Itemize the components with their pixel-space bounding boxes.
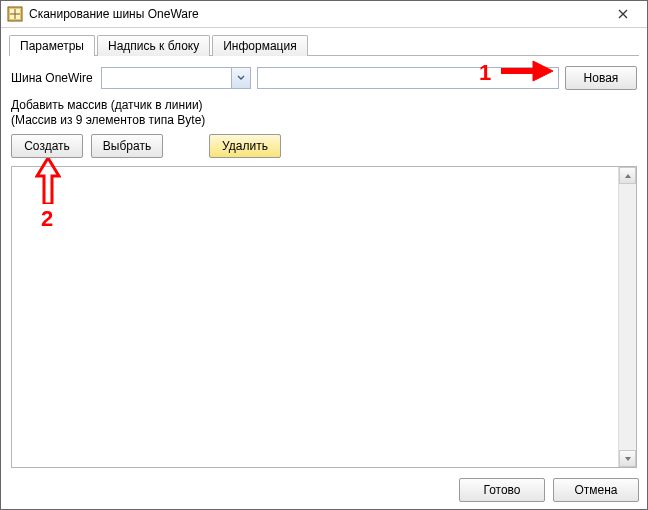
titlebar: Сканирование шины OneWare [1,1,647,28]
tab-caption[interactable]: Надпись к блоку [97,35,210,56]
bus-row: Шина OneWire Новая [11,66,637,90]
tab-caption-label: Надпись к блоку [108,39,199,53]
new-button[interactable]: Новая [565,66,637,90]
tab-params-label: Параметры [20,39,84,53]
select-button[interactable]: Выбрать [91,134,163,158]
create-button[interactable]: Создать [11,134,83,158]
tab-info[interactable]: Информация [212,35,307,56]
bus-label: Шина OneWire [11,71,93,85]
ok-button[interactable]: Готово [459,478,545,502]
client-area: Параметры Надпись к блоку Информация Шин… [1,28,647,510]
result-list[interactable] [11,166,637,468]
create-button-label: Создать [24,139,70,153]
delete-button-label: Удалить [222,139,268,153]
tab-info-label: Информация [223,39,296,53]
bus-combo[interactable] [101,67,251,89]
add-array-line1: Добавить массив (датчик в линии) [11,98,637,113]
select-button-label: Выбрать [103,139,151,153]
close-button[interactable] [605,4,641,24]
scroll-up-icon[interactable] [619,167,636,184]
vertical-scrollbar[interactable] [618,167,636,467]
array-group: Добавить массив (датчик в линии) (Массив… [11,98,637,158]
bus-text-input[interactable] [257,67,559,89]
delete-button[interactable]: Удалить [209,134,281,158]
array-button-row: Создать Выбрать Удалить [11,134,637,158]
cancel-button[interactable]: Отмена [553,478,639,502]
dialog-footer: Готово Отмена [459,478,639,502]
new-button-label: Новая [584,71,619,85]
chevron-down-icon[interactable] [231,68,250,88]
tab-strip: Параметры Надпись к блоку Информация [9,34,639,56]
window-title: Сканирование шины OneWare [29,7,605,21]
dialog-window: Сканирование шины OneWare Параметры Надп… [0,0,648,510]
add-array-line2: (Массив из 9 элементов типа Byte) [11,113,637,128]
cancel-button-label: Отмена [574,483,617,497]
ok-button-label: Готово [483,483,520,497]
scroll-down-icon[interactable] [619,450,636,467]
tab-params[interactable]: Параметры [9,35,95,56]
app-icon [7,6,23,22]
tab-panel-params: Шина OneWire Новая Добавить массив (датч… [9,56,639,468]
